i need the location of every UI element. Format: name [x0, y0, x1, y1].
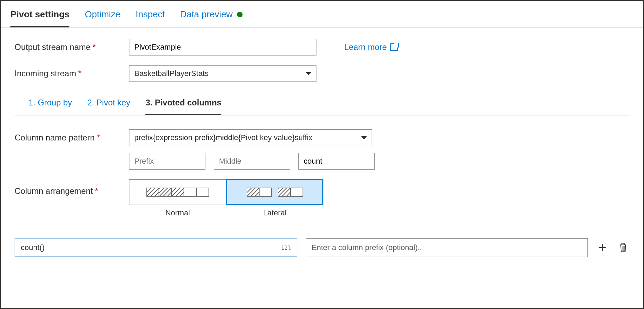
sub-tab-pivoted-columns[interactable]: 3. Pivoted columns — [145, 98, 221, 115]
column-name-pattern-dropdown[interactable]: prefix{expression prefix}middle{Pivot ke… — [129, 129, 372, 146]
prefix-input[interactable] — [129, 153, 205, 170]
pattern-controls: prefix{expression prefix}middle{Pivot ke… — [129, 129, 375, 170]
code-hint-icon: 12l — [281, 244, 291, 251]
status-dot-icon — [237, 12, 243, 17]
column-arrangement-label: Column arrangement* — [15, 179, 129, 196]
arrangement-normal-label: Normal — [129, 208, 226, 217]
external-link-icon — [390, 43, 398, 51]
delete-button[interactable] — [617, 241, 629, 254]
label-text: Column arrangement — [15, 186, 93, 196]
plus-icon — [598, 243, 607, 252]
arrangement-normal-button[interactable] — [129, 179, 226, 205]
arrangement-option-normal: Normal — [129, 179, 226, 217]
sub-tab-group-by[interactable]: 1. Group by — [28, 98, 72, 115]
trash-icon — [619, 243, 627, 252]
sub-tab-pivot-key[interactable]: 2. Pivot key — [87, 98, 130, 115]
normal-arrangement-icon — [146, 188, 209, 197]
label-text: Incoming stream — [15, 69, 76, 78]
expression-row: count() 12l Enter a column prefix (optio… — [1, 238, 643, 257]
cell-icon — [146, 188, 159, 197]
row-incoming-stream: Incoming stream* BasketballPlayerStats — [15, 65, 629, 82]
cell-icon — [278, 188, 290, 197]
cell-icon — [196, 188, 209, 197]
top-tab-bar: Pivot settings Optimize Inspect Data pre… — [1, 1, 643, 28]
content-area: Output stream name* Learn more Incoming … — [1, 28, 643, 217]
required-asterisk: * — [93, 42, 96, 52]
pattern-input-row — [129, 153, 375, 170]
sub-tab-bar: 1. Group by 2. Pivot key 3. Pivoted colu… — [15, 92, 629, 115]
expression-value: count() — [21, 243, 44, 252]
arrangement-lateral-label: Lateral — [226, 208, 323, 217]
expression-input[interactable]: count() 12l — [15, 238, 297, 257]
arrangement-lateral-button[interactable] — [226, 179, 323, 205]
label-text: Output stream name — [15, 42, 91, 52]
gap-icon — [272, 188, 278, 197]
learn-more-text: Learn more — [344, 42, 387, 52]
arrangement-option-lateral: Lateral — [226, 179, 323, 217]
tab-label: Pivot settings — [10, 9, 69, 20]
lateral-arrangement-icon — [247, 188, 303, 197]
cell-icon — [247, 188, 259, 197]
tab-label: Inspect — [136, 9, 165, 20]
tab-inspect[interactable]: Inspect — [136, 9, 165, 27]
placeholder-text: Enter a column prefix (optional)... — [312, 243, 424, 252]
output-stream-label: Output stream name* — [15, 42, 129, 52]
suffix-input[interactable] — [298, 153, 375, 170]
tab-data-preview[interactable]: Data preview — [180, 9, 243, 27]
row-output-stream: Output stream name* Learn more — [15, 39, 629, 55]
chevron-down-icon — [306, 72, 311, 75]
cell-icon — [171, 188, 184, 197]
required-asterisk: * — [95, 186, 98, 196]
row-column-name-pattern: Column name pattern* prefix{expression p… — [15, 129, 629, 170]
cell-icon — [259, 188, 272, 197]
column-name-pattern-label: Column name pattern* — [15, 129, 129, 143]
column-prefix-input[interactable]: Enter a column prefix (optional)... — [306, 238, 588, 257]
row-column-arrangement: Column arrangement* Normal — [15, 179, 629, 217]
incoming-stream-dropdown[interactable]: BasketballPlayerStats — [129, 65, 316, 82]
tab-optimize[interactable]: Optimize — [85, 9, 120, 27]
dropdown-value: BasketballPlayerStats — [134, 69, 209, 78]
label-text: Column name pattern — [15, 133, 95, 142]
output-stream-input[interactable] — [129, 39, 316, 55]
chevron-down-icon — [361, 136, 367, 139]
required-asterisk: * — [78, 69, 81, 78]
tab-label: Optimize — [85, 9, 120, 20]
pivot-settings-panel: Pivot settings Optimize Inspect Data pre… — [0, 0, 644, 309]
tab-pivot-settings[interactable]: Pivot settings — [10, 9, 69, 27]
arrangement-options: Normal Lateral — [129, 179, 323, 217]
learn-more-link[interactable]: Learn more — [344, 42, 398, 52]
tab-label: Data preview — [180, 9, 233, 20]
cell-icon — [184, 188, 196, 197]
middle-input[interactable] — [214, 153, 290, 170]
required-asterisk: * — [97, 133, 100, 142]
add-button[interactable] — [596, 241, 609, 254]
cell-icon — [159, 188, 171, 197]
incoming-stream-label: Incoming stream* — [15, 69, 129, 78]
cell-icon — [290, 188, 303, 197]
dropdown-value: prefix{expression prefix}middle{Pivot ke… — [134, 133, 312, 142]
